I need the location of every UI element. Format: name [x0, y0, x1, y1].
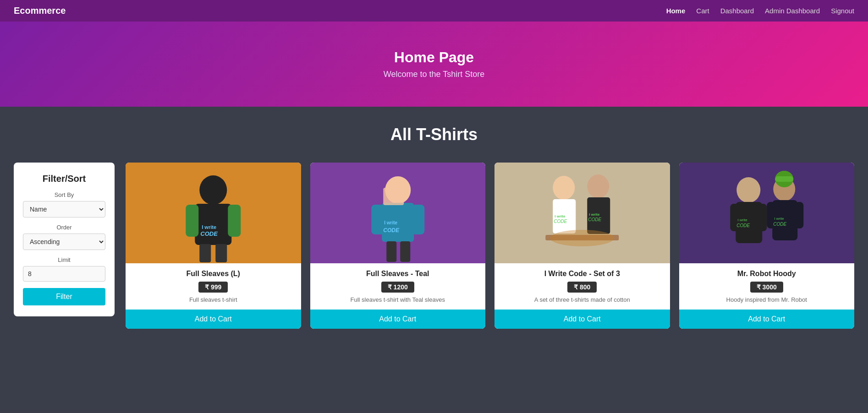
product-image-3: I write CODE I write CODE — [679, 163, 855, 263]
filter-heading: Filter/Sort — [23, 174, 105, 184]
product-price-0: ₹ 999 — [198, 282, 228, 293]
product-info-1: Full Sleaves - Teal ₹ 1200 Full sleaves … — [310, 263, 486, 310]
svg-text:I write: I write — [737, 218, 747, 222]
svg-rect-3 — [186, 205, 198, 237]
nav-cart[interactable]: Cart — [696, 7, 709, 15]
product-price-3: ₹ 3000 — [750, 282, 783, 293]
svg-text:CODE: CODE — [200, 230, 218, 237]
product-card-2: I write CODE I write CODE I Write Code -… — [494, 163, 670, 329]
main-content: All T-Shirts Filter/Sort Sort By Name Pr… — [0, 107, 868, 347]
svg-rect-5 — [199, 244, 211, 262]
svg-text:CODE: CODE — [588, 217, 601, 222]
hero-title: Home Page — [9, 49, 859, 66]
product-image-1: I write CODE — [310, 163, 486, 263]
svg-rect-19 — [518, 163, 646, 263]
svg-rect-13 — [412, 205, 424, 234]
add-to-cart-3[interactable]: Add to Cart — [679, 310, 855, 329]
product-price-1: ₹ 1200 — [381, 282, 414, 293]
order-label: Order — [23, 224, 105, 231]
product-name-3: Mr. Robot Hoody — [737, 270, 796, 278]
navbar: Ecommerce Home Cart Dashboard Admin Dash… — [0, 0, 868, 22]
add-to-cart-2[interactable]: Add to Cart — [494, 310, 670, 329]
filter-button[interactable]: Filter — [23, 288, 105, 305]
nav-signout[interactable]: Signout — [831, 7, 854, 15]
filter-panel: Filter/Sort Sort By Name Price Order Asc… — [14, 163, 115, 316]
sort-by-select[interactable]: Name Price — [23, 201, 105, 217]
svg-rect-12 — [371, 205, 384, 234]
svg-point-29 — [550, 230, 614, 246]
product-info-0: Full Sleaves (L) ₹ 999 Full sleaves t-sh… — [126, 263, 301, 310]
svg-rect-34 — [758, 204, 767, 231]
product-name-1: Full Sleaves - Teal — [366, 270, 429, 278]
product-card-3: I write CODE I write CODE Mr. Robo — [679, 163, 855, 329]
navbar-brand: Ecommerce — [14, 5, 66, 16]
limit-input[interactable] — [23, 266, 105, 282]
product-image-2: I write CODE I write CODE — [494, 163, 670, 263]
nav-dashboard[interactable]: Dashboard — [720, 7, 754, 15]
svg-text:CODE: CODE — [554, 219, 567, 224]
svg-text:CODE: CODE — [773, 222, 786, 227]
nav-admin-dashboard[interactable]: Admin Dashboard — [765, 7, 820, 15]
svg-point-20 — [553, 176, 575, 200]
add-to-cart-0[interactable]: Add to Cart — [126, 310, 301, 329]
svg-text:I write: I write — [555, 214, 566, 218]
product-name-0: Full Sleaves (L) — [187, 270, 240, 278]
product-desc-1: Full sleaves t-shirt with Teal sleaves — [351, 296, 445, 303]
order-select[interactable]: Ascending Descending — [23, 234, 105, 250]
svg-point-1 — [199, 175, 227, 205]
nav-home[interactable]: Home — [666, 7, 686, 15]
svg-point-31 — [736, 177, 760, 203]
add-to-cart-1[interactable]: Add to Cart — [310, 310, 486, 329]
svg-rect-4 — [228, 205, 241, 237]
svg-text:I write: I write — [774, 217, 784, 221]
svg-rect-14 — [383, 188, 404, 205]
content-area: Filter/Sort Sort By Name Price Order Asc… — [14, 163, 854, 329]
product-desc-3: Hoody inspired from Mr. Robot — [726, 296, 807, 303]
svg-rect-42 — [795, 202, 803, 228]
svg-rect-16 — [400, 241, 410, 262]
svg-rect-39 — [775, 176, 793, 182]
svg-text:CODE: CODE — [736, 223, 750, 228]
svg-point-24 — [587, 174, 609, 198]
product-desc-0: Full sleaves t-shirt — [189, 296, 237, 303]
product-card-0: I write CODE Full Sleaves (L) ₹ 999 Full… — [126, 163, 301, 329]
product-image-0: I write CODE — [126, 163, 301, 263]
svg-text:I write: I write — [384, 220, 397, 225]
product-card-1: I write CODE Full Sleaves - Teal ₹ 1200 … — [310, 163, 486, 329]
section-title: All T-Shirts — [14, 125, 854, 144]
svg-text:I write: I write — [202, 224, 216, 230]
product-info-3: Mr. Robot Hoody ₹ 3000 Hoody inspired fr… — [679, 263, 855, 310]
hero-banner: Home Page Welcome to the Tshirt Store — [0, 22, 868, 107]
svg-rect-6 — [215, 244, 227, 262]
navbar-links: Home Cart Dashboard Admin Dashboard Sign… — [666, 7, 854, 15]
svg-text:I write: I write — [589, 212, 600, 217]
product-desc-2: A set of three t-shirts made of cotton — [534, 296, 630, 303]
svg-text:CODE: CODE — [383, 227, 400, 234]
sort-by-label: Sort By — [23, 191, 105, 198]
limit-label: Limit — [23, 256, 105, 263]
product-info-2: I Write Code - Set of 3 ₹ 800 A set of t… — [494, 263, 670, 310]
svg-rect-15 — [386, 241, 396, 262]
products-grid: I write CODE Full Sleaves (L) ₹ 999 Full… — [126, 163, 854, 329]
product-price-2: ₹ 800 — [567, 282, 597, 293]
hero-subtitle: Welcome to the Tshirt Store — [9, 70, 859, 79]
product-name-2: I Write Code - Set of 3 — [544, 270, 620, 278]
